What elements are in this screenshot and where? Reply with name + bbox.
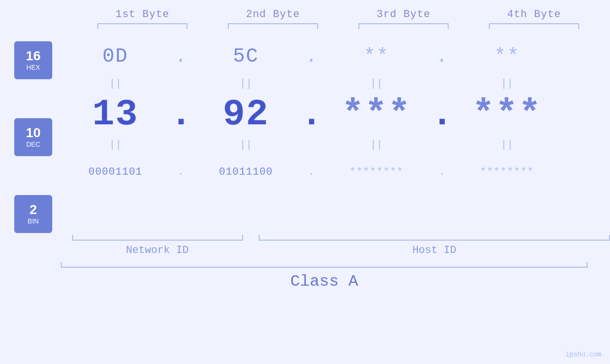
bin-value-2: 01011100 [191, 166, 300, 178]
bin-base-number: 2 [29, 203, 37, 216]
bottom-brackets-row: Network ID Host ID [61, 235, 610, 256]
dec-value-1: 13 [61, 93, 170, 135]
hex-value-3: ** [322, 45, 431, 68]
dec-value-4: *** [452, 93, 562, 135]
main-container: 1st Byte 2nd Byte 3rd Byte 4th Byte 16 H… [0, 0, 610, 364]
dec-base-label: DEC [26, 140, 40, 148]
hex-value-2: 5C [191, 45, 300, 68]
top-bracket-1 [97, 23, 188, 29]
network-id-label: Network ID [126, 244, 188, 256]
network-bracket-line [72, 235, 243, 241]
byte-header-2: 2nd Byte [208, 9, 338, 20]
hex-base-label: HEX [27, 64, 40, 71]
hex-badge: 16 HEX [14, 41, 52, 79]
byte-header-1: 1st Byte [77, 9, 208, 20]
host-bracket-line [259, 235, 610, 241]
top-bracket-1-wrap [77, 23, 208, 29]
bin-value-1: 00001101 [61, 166, 170, 178]
hex-base-number: 16 [26, 49, 40, 63]
class-label-row: Class A [61, 268, 588, 290]
byte-header-3: 3rd Byte [338, 9, 469, 20]
equals-2-3: || [322, 139, 431, 151]
equals-2-4: || [452, 139, 562, 151]
bin-row: 00001101 . 01011100 . ******** . *******… [61, 153, 610, 191]
dec-badge: 10 DEC [14, 118, 52, 156]
byte-headers-row: 1st Byte 2nd Byte 3rd Byte 4th Byte [0, 9, 610, 20]
equals-1-2: || [191, 78, 300, 90]
class-a-label: Class A [291, 272, 358, 290]
hex-dot-2: . [300, 45, 322, 68]
top-bracket-3 [358, 23, 449, 29]
hex-row: 0D . 5C . ** . ** [61, 37, 610, 75]
host-bracket-wrap: Host ID [259, 235, 610, 256]
dec-dot-3: . [431, 93, 452, 135]
dec-row: 13 . 92 . *** . *** [61, 92, 610, 137]
dec-dot-2: . [300, 93, 322, 135]
equals-2-1: || [61, 139, 170, 151]
equals-row-2: || || || || [61, 137, 610, 153]
host-id-label: Host ID [413, 244, 456, 256]
top-bracket-3-wrap [338, 23, 469, 29]
equals-row-1: || || || || [61, 75, 610, 92]
dec-value-2: 92 [191, 93, 300, 135]
equals-1-1: || [61, 78, 170, 90]
bin-dot-2: . [300, 166, 322, 178]
equals-1-4: || [452, 78, 562, 90]
main-area: 16 HEX 10 DEC 2 BIN 0D . 5C . ** . ** [0, 37, 610, 233]
class-bracket-line [61, 262, 588, 268]
hex-value-4: ** [452, 45, 562, 68]
watermark: ipshu.com [565, 351, 601, 358]
network-bracket-wrap: Network ID [61, 235, 254, 256]
top-bracket-4 [489, 23, 579, 29]
equals-1-3: || [322, 78, 431, 90]
bin-dot-1: . [170, 166, 191, 178]
top-bracket-2-wrap [208, 23, 338, 29]
bin-value-3: ******** [322, 166, 431, 178]
dec-base-number: 10 [26, 126, 40, 140]
byte-header-4: 4th Byte [469, 9, 600, 20]
dec-value-3: *** [322, 93, 431, 135]
top-brackets-row [0, 23, 610, 29]
bottom-brackets-area: Network ID Host ID [0, 235, 610, 256]
base-labels: 16 HEX 10 DEC 2 BIN [14, 41, 52, 233]
dec-dot-1: . [170, 93, 191, 135]
equals-2-2: || [191, 139, 300, 151]
values-grid: 0D . 5C . ** . ** || || || || 13 [61, 37, 610, 191]
bin-base-label: BIN [28, 217, 38, 225]
top-bracket-2 [228, 23, 318, 29]
hex-dot-3: . [431, 45, 452, 68]
top-bracket-4-wrap [469, 23, 600, 29]
hex-value-1: 0D [61, 45, 170, 68]
class-area: Class A [0, 262, 610, 290]
bin-dot-3: . [431, 166, 452, 178]
bin-value-4: ******** [452, 166, 562, 178]
bin-badge: 2 BIN [14, 195, 52, 233]
hex-dot-1: . [170, 45, 191, 68]
